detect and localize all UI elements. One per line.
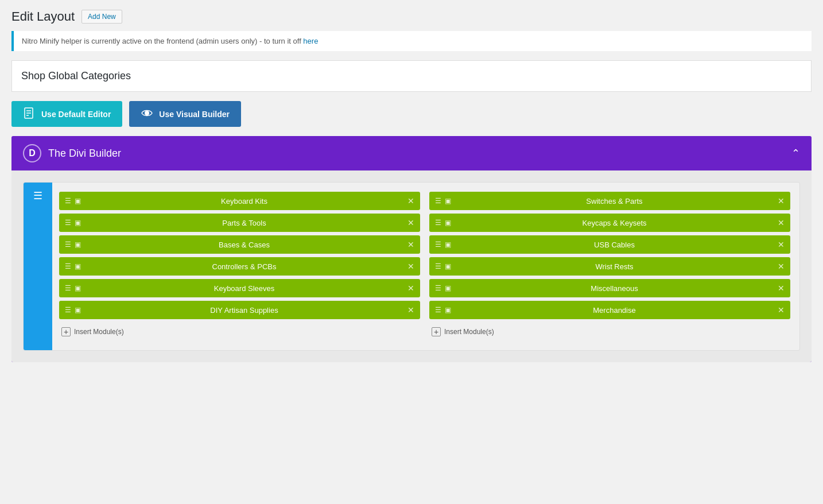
close-icon[interactable]: ✕ [407,262,414,271]
close-icon[interactable]: ✕ [407,218,414,227]
module-label: USB Cables [451,241,778,249]
hamburger-icon: ☰ [435,262,441,270]
module-item[interactable]: ☰ ▣ Controllers & PCBs ✕ [59,257,420,276]
insert-module-button-left[interactable]: + Insert Module(s) [59,323,420,341]
close-icon[interactable]: ✕ [778,218,785,227]
monitor-icon: ▣ [445,284,451,292]
module-label: Keyboard Sleeves [81,284,407,293]
module-icons: ☰ ▣ [435,197,451,205]
row-handle[interactable]: ☰ [24,183,52,350]
visual-builder-icon [141,107,153,121]
module-icons: ☰ ▣ [65,197,81,205]
module-item[interactable]: ☰ ▣ Wrist Rests ✕ [429,257,790,276]
module-label: Switches & Parts [451,197,778,206]
default-editor-button[interactable]: Use Default Editor [11,101,122,127]
insert-module-button-right[interactable]: + Insert Module(s) [429,323,790,341]
hamburger-icon: ☰ [65,241,71,249]
hamburger-icon: ☰ [435,241,441,249]
close-icon[interactable]: ✕ [407,196,414,206]
module-label: DIY Artisan Supplies [81,306,407,315]
module-icons: ☰ ▣ [65,306,81,314]
monitor-icon: ▣ [75,219,81,227]
insert-module-label: Insert Module(s) [74,328,124,336]
column-left: ☰ ▣ Keyboard Kits ✕ ☰ ▣ Parts & Tools [59,192,420,341]
module-item[interactable]: ☰ ▣ Switches & Parts ✕ [429,192,790,210]
close-icon[interactable]: ✕ [407,240,414,249]
divi-header-left: D The Divi Builder [23,144,121,162]
module-icons: ☰ ▣ [65,219,81,227]
monitor-icon: ▣ [75,306,81,314]
divi-logo: D [23,144,41,162]
content-box-title: Shop Global Categories [21,70,802,82]
close-icon[interactable]: ✕ [778,305,785,315]
notice-link[interactable]: here [303,37,318,45]
close-icon[interactable]: ✕ [778,284,785,293]
columns-container: ☰ ▣ Keyboard Kits ✕ ☰ ▣ Parts & Tools [59,192,790,341]
hamburger-icon: ☰ [435,219,441,227]
plus-icon: + [432,327,441,336]
divi-builder-title: The Divi Builder [48,148,121,160]
insert-module-label: Insert Module(s) [444,328,494,336]
module-label: Merchandise [451,306,778,315]
monitor-icon: ▣ [445,197,451,205]
divi-builder: D The Divi Builder ⌃ ☰ ☰ [11,136,812,362]
hamburger-icon: ☰ [65,306,71,314]
page-header: Edit Layout Add New [11,9,812,24]
editor-buttons: Use Default Editor Use Visual Builder [11,101,812,127]
module-label: Wrist Rests [451,262,778,271]
module-item[interactable]: ☰ ▣ USB Cables ✕ [429,235,790,254]
module-item[interactable]: ☰ ▣ Keyboard Sleeves ✕ [59,279,420,297]
module-label: Bases & Cases [81,241,407,249]
module-icons: ☰ ▣ [435,284,451,292]
module-icons: ☰ ▣ [435,219,451,227]
module-item[interactable]: ☰ ▣ DIY Artisan Supplies ✕ [59,301,420,319]
hamburger-icon: ☰ [435,197,441,205]
module-icons: ☰ ▣ [435,262,451,270]
monitor-icon: ▣ [445,241,451,249]
module-icons: ☰ ▣ [65,284,81,292]
hamburger-icon: ☰ [65,262,71,270]
builder-content: ☰ ☰ ▣ Keyboard Kits ✕ [11,170,812,362]
default-editor-icon [23,107,36,121]
close-icon[interactable]: ✕ [778,262,785,271]
drag-handle-icon: ☰ [33,189,42,202]
notice-bar: Nitro Minify helper is currently active … [11,31,812,51]
hamburger-icon: ☰ [435,284,441,292]
module-item[interactable]: ☰ ▣ Parts & Tools ✕ [59,214,420,232]
close-icon[interactable]: ✕ [407,284,414,293]
add-new-button[interactable]: Add New [81,10,122,24]
module-icons: ☰ ▣ [435,241,451,249]
module-item[interactable]: ☰ ▣ Merchandise ✕ [429,301,790,319]
module-item[interactable]: ☰ ▣ Keycaps & Keysets ✕ [429,214,790,232]
close-icon[interactable]: ✕ [778,240,785,249]
close-icon[interactable]: ✕ [778,196,785,206]
monitor-icon: ▣ [75,284,81,292]
module-icons: ☰ ▣ [65,262,81,270]
module-icons: ☰ ▣ [435,306,451,314]
monitor-icon: ▣ [75,197,81,205]
default-editor-label: Use Default Editor [41,110,111,119]
monitor-icon: ▣ [75,262,81,270]
monitor-icon: ▣ [75,241,81,249]
monitor-icon: ▣ [445,219,451,227]
hamburger-icon: ☰ [65,197,71,205]
close-icon[interactable]: ✕ [407,305,414,315]
hamburger-icon: ☰ [65,284,71,292]
hamburger-icon: ☰ [435,306,441,314]
divi-builder-header[interactable]: D The Divi Builder ⌃ [11,136,812,170]
builder-row: ☰ ☰ ▣ Keyboard Kits ✕ [23,182,800,351]
svg-point-4 [145,111,149,115]
plus-icon: + [61,327,71,336]
module-item[interactable]: ☰ ▣ Keyboard Kits ✕ [59,192,420,210]
module-icons: ☰ ▣ [65,241,81,249]
module-label: Controllers & PCBs [81,262,407,271]
module-label: Miscellaneous [451,284,778,293]
module-label: Parts & Tools [81,219,407,227]
chevron-up-icon: ⌃ [791,147,800,160]
column-right: ☰ ▣ Switches & Parts ✕ ☰ ▣ Keycaps & Ke [429,192,790,341]
visual-builder-label: Use Visual Builder [159,110,230,119]
module-item[interactable]: ☰ ▣ Miscellaneous ✕ [429,279,790,297]
module-item[interactable]: ☰ ▣ Bases & Cases ✕ [59,235,420,254]
visual-builder-button[interactable]: Use Visual Builder [129,101,241,127]
monitor-icon: ▣ [445,306,451,314]
